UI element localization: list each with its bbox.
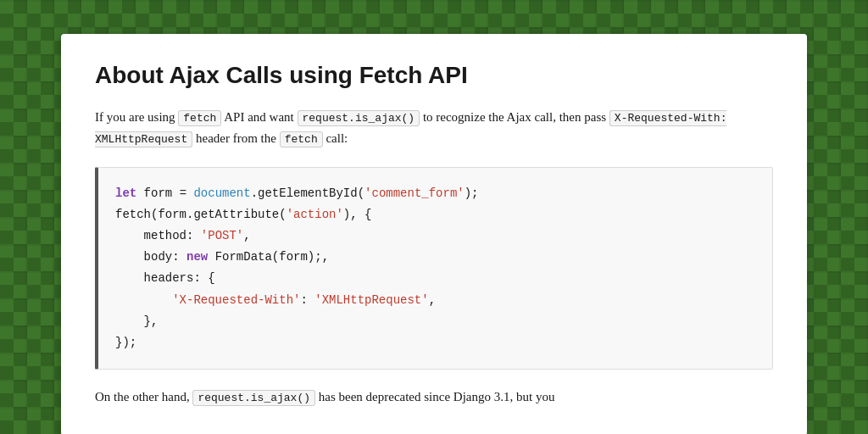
xmlhttprequest-str: 'XMLHttpRequest'	[314, 293, 428, 307]
code-plain-10: headers: {	[115, 271, 215, 285]
code-plain-6: method:	[115, 229, 201, 242]
code-line-5: headers: {	[115, 268, 755, 289]
comment-form-str: 'comment_form'	[364, 186, 465, 200]
code-line-7: },	[115, 311, 755, 332]
content-card: About Ajax Calls using Fetch API If you …	[61, 34, 807, 434]
let-keyword: let	[115, 186, 136, 200]
code-plain-3: );	[465, 186, 479, 200]
code-line-2: fetch(form.getAttribute('action'), {	[115, 204, 755, 225]
code-plain-1: form =	[136, 186, 193, 200]
fetch-inline-code-2: fetch	[280, 131, 323, 147]
code-plain-14: });	[115, 336, 136, 349]
bottom-is-ajax-code: request.is_ajax()	[192, 390, 315, 406]
code-plain-4: fetch(form.getAttribute(	[115, 208, 287, 221]
code-plain-8: body:	[115, 250, 186, 264]
page-title: About Ajax Calls using Fetch API	[95, 61, 773, 90]
code-plain-12: ,	[429, 293, 436, 307]
x-requested-with-key-str: 'X-Requested-With'	[115, 293, 300, 307]
intro-text-2: API and want	[224, 110, 297, 124]
code-plain-13: },	[115, 314, 158, 328]
code-plain-11: :	[300, 293, 314, 307]
code-block: let form = document.getElementById('comm…	[95, 167, 773, 370]
intro-text-4: header from the	[196, 131, 280, 145]
new-keyword: new	[186, 250, 208, 264]
code-line-6: 'X-Requested-With': 'XMLHttpRequest',	[115, 290, 755, 311]
action-str: 'action'	[287, 208, 343, 221]
code-plain-2: .getElementById(	[251, 186, 364, 200]
bottom-text-2: has been deprecated since Django 3.1, bu…	[319, 390, 555, 403]
code-plain-9: FormData(form);,	[208, 250, 329, 264]
code-line-8: });	[115, 332, 755, 353]
intro-text-3: to recognize the Ajax call, then pass	[423, 110, 609, 124]
bottom-text-1: On the other hand,	[95, 390, 192, 403]
request-is-ajax-inline-code: request.is_ajax()	[298, 110, 420, 126]
code-plain-7: ,	[243, 229, 250, 242]
code-line-1: let form = document.getElementById('comm…	[115, 183, 755, 204]
code-line-4: body: new FormData(form);,	[115, 247, 755, 268]
bottom-paragraph: On the other hand, request.is_ajax() has…	[95, 387, 773, 409]
intro-text-5: call:	[326, 131, 348, 145]
intro-paragraph: If you are using fetch API and want requ…	[95, 107, 773, 150]
post-str: 'POST'	[201, 229, 243, 242]
code-plain-5: ), {	[343, 208, 372, 221]
document-obj: document	[193, 186, 250, 200]
code-line-3: method: 'POST',	[115, 225, 755, 247]
fetch-inline-code-1: fetch	[178, 110, 221, 126]
intro-text-1: If you are using	[95, 110, 178, 124]
